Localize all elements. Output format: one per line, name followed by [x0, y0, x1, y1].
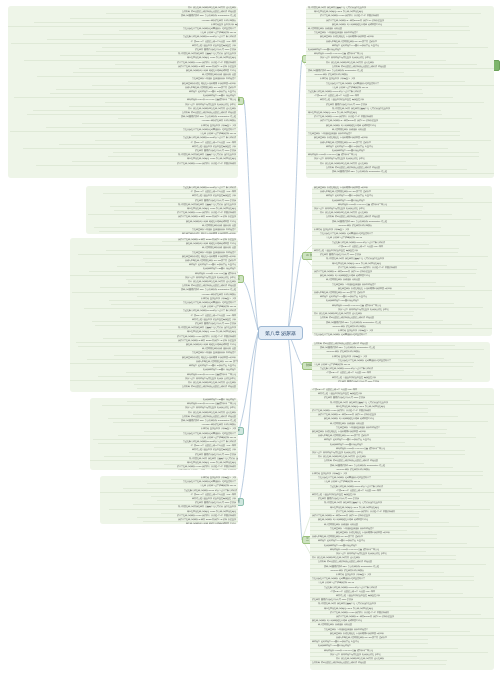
- detail-cluster: 乳头状肾细胞癌 MET基因 嫌色细胞癌肾母细胞瘤 Wilms瘤 WT1 WT2 …: [90, 398, 238, 470]
- detail-line: 抗肾小球基底膜抗体 GBM 引起的肾炎 如 Goodpasture 综合征: [306, 170, 494, 174]
- root-node[interactable]: 第八章 泌尿器: [258, 326, 303, 340]
- detail-line: 发病机制 循环免疫复合物沉积 原位免疫复合物形成 细胞免疫: [310, 661, 446, 665]
- detail-cluster: 病因 原发性肾小球肾炎 继发性肾小球疾病 遗传性肾炎发病机制 循环免疫复合物沉积…: [8, 6, 238, 178]
- detail-cluster: 系膜增生性肾小球肾炎 IgA肾病 Berger病 系膜区IgA沉积 反复血尿慢性…: [70, 238, 238, 392]
- detail-line: 发病机制 循环免疫复合物沉积 原位免疫复合物形成 细胞免疫: [137, 385, 238, 389]
- mindmap-canvas: { "root": { "label": "第八章 泌尿器" }, "left_…: [0, 0, 500, 681]
- detail-line: 膜增生性肾小球肾炎 MPGN 系膜插入 双轨征 I型 II型 致密沉积物病: [36, 162, 238, 166]
- detail-cluster: 慢性肾盂肾炎 反流性 梗阻性 不规则瘢痕 甲状腺样变 U形凹陷药物与中毒性肾小管…: [312, 186, 492, 336]
- detail-line: 慢性肾小球肾炎 终末期肾 颗粒性固缩肾 玻璃样变 纤维化: [119, 522, 238, 524]
- detail-line: 急性弥漫性增生性肾小球肾炎 链球菌感染后 毛细血管内增生: [312, 333, 431, 336]
- detail-cluster: 发病机制 循环免疫复合物沉积 原位免疫复合物形成 细胞免疫抗肾小球基底膜抗体 G…: [312, 342, 490, 382]
- detail-cluster: 急进性新月体性肾小球肾炎 RPGN 壁层上皮增生 新月体形成I型 抗GBM II…: [86, 186, 238, 234]
- detail-line: 慢性肾盂肾炎 反流性 梗阻性 不规则瘢痕 甲状腺样变 U形凹陷: [157, 232, 238, 234]
- detail-cluster: 临床表现 血尿 蛋白尿 水肿 高血压 少尿急性弥漫性增生性肾小球肾炎 链球菌感染…: [100, 476, 238, 524]
- detail-cluster: I型 抗GBM II型 免疫复合物 III型 寡免疫 ANCA 相关肾病综合征 …: [310, 388, 494, 670]
- detail-line: 膜性肾病 基底膜弥漫性增厚 钉突 spike 虫蚀状: [312, 380, 490, 382]
- detail-cluster: 微小病变性肾小球病 脂性肾病 儿童最常见 足突消失 选择性蛋白尿局灶性节段性肾小…: [306, 6, 494, 178]
- detail-line: 系膜增生性肾小球肾炎 IgA肾病 Berger病 系膜区IgA沉积 反复血尿: [114, 469, 238, 470]
